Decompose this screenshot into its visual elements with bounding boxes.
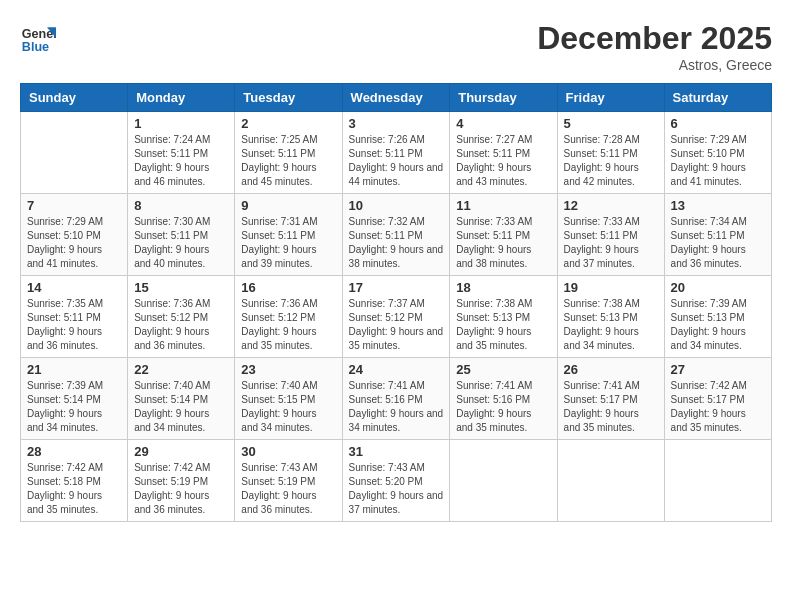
day-number: 11 [456,198,550,213]
week-row-4: 21 Sunrise: 7:39 AMSunset: 5:14 PMDaylig… [21,358,772,440]
day-info: Sunrise: 7:38 AMSunset: 5:13 PMDaylight:… [564,297,658,353]
month-year: December 2025 [537,20,772,57]
day-number: 21 [27,362,121,377]
location: Astros, Greece [537,57,772,73]
calendar-cell: 8 Sunrise: 7:30 AMSunset: 5:11 PMDayligh… [128,194,235,276]
day-number: 12 [564,198,658,213]
day-number: 3 [349,116,444,131]
calendar-cell: 28 Sunrise: 7:42 AMSunset: 5:18 PMDaylig… [21,440,128,522]
week-row-3: 14 Sunrise: 7:35 AMSunset: 5:11 PMDaylig… [21,276,772,358]
calendar-cell: 17 Sunrise: 7:37 AMSunset: 5:12 PMDaylig… [342,276,450,358]
day-number: 23 [241,362,335,377]
calendar-cell: 30 Sunrise: 7:43 AMSunset: 5:19 PMDaylig… [235,440,342,522]
calendar-cell: 1 Sunrise: 7:24 AMSunset: 5:11 PMDayligh… [128,112,235,194]
day-info: Sunrise: 7:32 AMSunset: 5:11 PMDaylight:… [349,215,444,271]
logo: General Blue [20,20,60,56]
weekday-header-saturday: Saturday [664,84,771,112]
calendar-cell: 31 Sunrise: 7:43 AMSunset: 5:20 PMDaylig… [342,440,450,522]
calendar-cell: 24 Sunrise: 7:41 AMSunset: 5:16 PMDaylig… [342,358,450,440]
day-number: 25 [456,362,550,377]
calendar-cell: 15 Sunrise: 7:36 AMSunset: 5:12 PMDaylig… [128,276,235,358]
day-info: Sunrise: 7:24 AMSunset: 5:11 PMDaylight:… [134,133,228,189]
day-info: Sunrise: 7:37 AMSunset: 5:12 PMDaylight:… [349,297,444,353]
weekday-header-friday: Friday [557,84,664,112]
day-number: 2 [241,116,335,131]
day-number: 19 [564,280,658,295]
calendar-cell [450,440,557,522]
day-info: Sunrise: 7:33 AMSunset: 5:11 PMDaylight:… [564,215,658,271]
calendar-cell: 11 Sunrise: 7:33 AMSunset: 5:11 PMDaylig… [450,194,557,276]
day-info: Sunrise: 7:35 AMSunset: 5:11 PMDaylight:… [27,297,121,353]
day-info: Sunrise: 7:41 AMSunset: 5:16 PMDaylight:… [349,379,444,435]
day-info: Sunrise: 7:42 AMSunset: 5:18 PMDaylight:… [27,461,121,517]
day-number: 28 [27,444,121,459]
calendar-cell [557,440,664,522]
day-number: 10 [349,198,444,213]
day-number: 30 [241,444,335,459]
day-info: Sunrise: 7:39 AMSunset: 5:13 PMDaylight:… [671,297,765,353]
calendar-cell: 21 Sunrise: 7:39 AMSunset: 5:14 PMDaylig… [21,358,128,440]
weekday-header-tuesday: Tuesday [235,84,342,112]
day-info: Sunrise: 7:43 AMSunset: 5:19 PMDaylight:… [241,461,335,517]
logo-icon: General Blue [20,20,56,56]
day-number: 26 [564,362,658,377]
day-number: 18 [456,280,550,295]
day-number: 20 [671,280,765,295]
calendar-cell: 16 Sunrise: 7:36 AMSunset: 5:12 PMDaylig… [235,276,342,358]
day-info: Sunrise: 7:39 AMSunset: 5:14 PMDaylight:… [27,379,121,435]
day-number: 4 [456,116,550,131]
title-block: December 2025 Astros, Greece [537,20,772,73]
calendar-cell: 26 Sunrise: 7:41 AMSunset: 5:17 PMDaylig… [557,358,664,440]
day-info: Sunrise: 7:42 AMSunset: 5:17 PMDaylight:… [671,379,765,435]
week-row-5: 28 Sunrise: 7:42 AMSunset: 5:18 PMDaylig… [21,440,772,522]
calendar-cell: 7 Sunrise: 7:29 AMSunset: 5:10 PMDayligh… [21,194,128,276]
calendar-cell [21,112,128,194]
day-info: Sunrise: 7:41 AMSunset: 5:16 PMDaylight:… [456,379,550,435]
calendar-cell: 3 Sunrise: 7:26 AMSunset: 5:11 PMDayligh… [342,112,450,194]
day-number: 22 [134,362,228,377]
week-row-2: 7 Sunrise: 7:29 AMSunset: 5:10 PMDayligh… [21,194,772,276]
week-row-1: 1 Sunrise: 7:24 AMSunset: 5:11 PMDayligh… [21,112,772,194]
weekday-header-row: SundayMondayTuesdayWednesdayThursdayFrid… [21,84,772,112]
day-number: 5 [564,116,658,131]
calendar-cell: 13 Sunrise: 7:34 AMSunset: 5:11 PMDaylig… [664,194,771,276]
weekday-header-monday: Monday [128,84,235,112]
calendar-cell: 22 Sunrise: 7:40 AMSunset: 5:14 PMDaylig… [128,358,235,440]
day-info: Sunrise: 7:30 AMSunset: 5:11 PMDaylight:… [134,215,228,271]
day-number: 6 [671,116,765,131]
calendar-cell: 20 Sunrise: 7:39 AMSunset: 5:13 PMDaylig… [664,276,771,358]
calendar-cell: 29 Sunrise: 7:42 AMSunset: 5:19 PMDaylig… [128,440,235,522]
day-info: Sunrise: 7:38 AMSunset: 5:13 PMDaylight:… [456,297,550,353]
day-number: 13 [671,198,765,213]
day-number: 24 [349,362,444,377]
calendar-cell: 18 Sunrise: 7:38 AMSunset: 5:13 PMDaylig… [450,276,557,358]
day-info: Sunrise: 7:40 AMSunset: 5:15 PMDaylight:… [241,379,335,435]
day-info: Sunrise: 7:40 AMSunset: 5:14 PMDaylight:… [134,379,228,435]
day-number: 8 [134,198,228,213]
day-info: Sunrise: 7:36 AMSunset: 5:12 PMDaylight:… [241,297,335,353]
calendar-table: SundayMondayTuesdayWednesdayThursdayFrid… [20,83,772,522]
calendar-cell: 19 Sunrise: 7:38 AMSunset: 5:13 PMDaylig… [557,276,664,358]
calendar-cell: 25 Sunrise: 7:41 AMSunset: 5:16 PMDaylig… [450,358,557,440]
weekday-header-wednesday: Wednesday [342,84,450,112]
calendar-cell: 14 Sunrise: 7:35 AMSunset: 5:11 PMDaylig… [21,276,128,358]
calendar-cell: 6 Sunrise: 7:29 AMSunset: 5:10 PMDayligh… [664,112,771,194]
calendar-cell: 5 Sunrise: 7:28 AMSunset: 5:11 PMDayligh… [557,112,664,194]
day-info: Sunrise: 7:26 AMSunset: 5:11 PMDaylight:… [349,133,444,189]
day-info: Sunrise: 7:28 AMSunset: 5:11 PMDaylight:… [564,133,658,189]
day-info: Sunrise: 7:31 AMSunset: 5:11 PMDaylight:… [241,215,335,271]
day-number: 9 [241,198,335,213]
day-number: 15 [134,280,228,295]
day-info: Sunrise: 7:36 AMSunset: 5:12 PMDaylight:… [134,297,228,353]
calendar-cell: 23 Sunrise: 7:40 AMSunset: 5:15 PMDaylig… [235,358,342,440]
day-number: 29 [134,444,228,459]
calendar-cell: 10 Sunrise: 7:32 AMSunset: 5:11 PMDaylig… [342,194,450,276]
calendar-cell: 27 Sunrise: 7:42 AMSunset: 5:17 PMDaylig… [664,358,771,440]
calendar-cell: 12 Sunrise: 7:33 AMSunset: 5:11 PMDaylig… [557,194,664,276]
day-number: 16 [241,280,335,295]
page-header: General Blue December 2025 Astros, Greec… [20,20,772,73]
day-info: Sunrise: 7:43 AMSunset: 5:20 PMDaylight:… [349,461,444,517]
day-info: Sunrise: 7:29 AMSunset: 5:10 PMDaylight:… [27,215,121,271]
day-number: 1 [134,116,228,131]
calendar-cell: 4 Sunrise: 7:27 AMSunset: 5:11 PMDayligh… [450,112,557,194]
